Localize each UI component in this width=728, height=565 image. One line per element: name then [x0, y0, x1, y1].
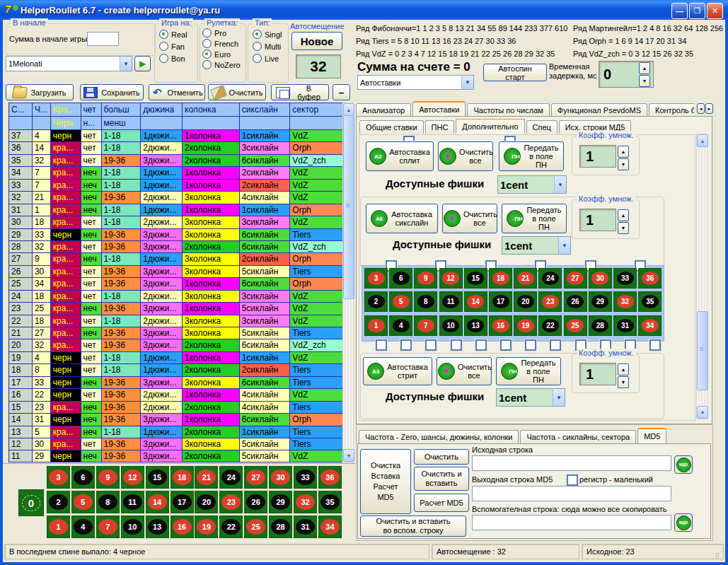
history-row[interactable]: 337кра...неч1-181дюжи...1колонка2сиклайн… [9, 180, 345, 192]
history-rows[interactable]: 374чернчет1-181дюжи...1колонка1сиклайнVd… [9, 130, 345, 462]
history-row[interactable]: 2325кра...неч19-363дюжи...1колонка5сикла… [9, 303, 345, 315]
delay-spinner[interactable]: ▲ ▼ [639, 62, 650, 87]
spin-up-icon[interactable]: ▲ [618, 146, 629, 158]
number-cell-33[interactable]: 33 [613, 268, 637, 289]
number-cell-24[interactable]: 24 [219, 466, 243, 489]
history-row[interactable]: 2630кра...чет19-363дюжи...3колонка5сикла… [9, 266, 345, 278]
history-column-header[interactable]: С... [9, 103, 33, 117]
freq-tab-1[interactable]: Частота - Zero, шансы, дюжины, колонки [359, 430, 519, 443]
number-cell-9[interactable]: 9 [414, 268, 437, 289]
scroll-down-icon[interactable]: ▼ [697, 406, 708, 419]
street-checkbox[interactable] [451, 339, 462, 351]
history-row[interactable]: 1622чернчет19-362дюжи...1колонка4сиклайн… [9, 389, 345, 401]
number-cell-10[interactable]: 10 [121, 516, 144, 538]
number-cell-19[interactable]: 19 [514, 315, 537, 336]
number-cell-18[interactable]: 18 [171, 466, 194, 489]
number-cell-6[interactable]: 6 [71, 466, 95, 489]
partial-checkbox[interactable] [504, 136, 516, 141]
number-cell-20[interactable]: 20 [195, 491, 218, 513]
number-cell-4[interactable]: 4 [71, 516, 95, 538]
number-cell-21[interactable]: 21 [514, 268, 537, 289]
street-checkbox[interactable] [500, 339, 512, 351]
number-cell-3[interactable]: 3 [47, 466, 70, 489]
radio-live[interactable]: Live [253, 54, 288, 63]
md5-clear-paste-aux-button[interactable]: Очистить и вставить во вспом. строку [360, 516, 466, 537]
save-button[interactable]: Сохранить [80, 84, 144, 100]
panel-scrollbar[interactable]: ▲ ▼ [696, 134, 707, 419]
history-row[interactable]: 1230кра...чет19-363дюжи...3колонка5сикла… [9, 438, 345, 450]
autobet-split-button[interactable]: А2 Автоставка сплит [366, 141, 434, 171]
number-cell-11[interactable]: 11 [439, 291, 463, 312]
radio-nozero[interactable]: NoZero [202, 60, 245, 69]
transfer-pn-button-2[interactable]: ПН Передать в поле ПН [502, 204, 567, 233]
number-cell-20[interactable]: 20 [514, 291, 537, 312]
coef-spinner-3[interactable]: ▲ ▼ [618, 363, 629, 388]
md5-stack-button[interactable]: Очистка Вставка Расчет MD5 [360, 449, 411, 514]
number-cell-1[interactable]: 1 [47, 516, 70, 538]
history-column-header[interactable] [290, 117, 345, 130]
number-cell-26[interactable]: 26 [564, 291, 587, 312]
history-row[interactable]: 135кра...неч1-181дюжи...2колонка1сиклайн… [9, 426, 345, 438]
street-checkbox[interactable] [550, 339, 561, 351]
sub-tab-4[interactable]: Спец [526, 120, 557, 134]
number-cell-8[interactable]: 8 [96, 491, 120, 513]
clear-button[interactable]: Очистить [208, 84, 266, 100]
history-row[interactable]: 1129черннеч19-363дюжи...2колонка5сиклайн… [9, 450, 345, 462]
number-cell-15[interactable]: 15 [146, 466, 169, 489]
radio-fan[interactable]: Fan [159, 42, 197, 51]
street-checkbox[interactable] [425, 339, 437, 351]
history-column-header[interactable]: чет [81, 103, 102, 117]
number-cell-12[interactable]: 12 [439, 268, 463, 289]
history-column-header[interactable]: Ч... [33, 103, 51, 117]
mode-dropdown[interactable]: Автоставки ▼ [357, 75, 474, 90]
main-tab-5[interactable]: Контроль банкрол [649, 103, 694, 117]
number-cell-22[interactable]: 22 [219, 516, 243, 538]
number-cell-14[interactable]: 14 [146, 491, 169, 513]
street-checkbox[interactable] [400, 339, 412, 351]
freq-tab-2[interactable]: Частота - сиклайны, сектора [520, 430, 636, 443]
number-cell-16[interactable]: 16 [489, 315, 512, 336]
history-row[interactable]: 2933черннеч19-363дюжи...3колонка6сиклайн… [9, 229, 345, 241]
start-sum-input[interactable] [87, 32, 119, 46]
md5-source-input[interactable] [472, 455, 671, 471]
history-row[interactable]: 2127кра...неч19-363дюжи...3колонка5сикла… [9, 327, 345, 339]
main-tab-1[interactable]: Анализатор [356, 103, 411, 117]
number-cell-30[interactable]: 30 [589, 268, 612, 289]
history-column-header[interactable]: сикслайн [240, 103, 291, 117]
history-column-header[interactable]: менш [102, 117, 141, 130]
number-cell-11[interactable]: 11 [121, 491, 144, 513]
number-cell-9[interactable]: 9 [96, 466, 120, 489]
history-row[interactable]: 3532кра...чет19-363дюжи...2колонка6сикла… [9, 155, 345, 167]
history-column-header[interactable]: сектор [290, 103, 345, 117]
history-row[interactable]: 2832кра...чет19-363дюжи...2колонка6сикла… [9, 241, 345, 253]
main-tab-2[interactable]: Автоставки [412, 101, 466, 117]
history-row[interactable]: 188чернчет1-181дюжи...2колонка2сиклайнTi… [9, 364, 345, 376]
radio-euro[interactable]: Euro [202, 49, 245, 59]
number-cell-3[interactable]: 3 [364, 268, 388, 289]
chips-dropdown-3[interactable]: 1cent ▼ [496, 388, 565, 407]
number-cell-7[interactable]: 7 [414, 315, 437, 336]
history-row[interactable]: 3018кра...чет1-182дюжи...3колонка3сиклай… [9, 216, 345, 228]
number-cell-36[interactable]: 36 [318, 466, 342, 489]
minimize-button[interactable]: — [671, 3, 688, 19]
number-cell-22[interactable]: 22 [538, 315, 562, 336]
history-row[interactable]: 2534кра...чет19-363дюжи...1колонка6сикла… [9, 278, 345, 290]
autobet-sixline-button[interactable]: А6 Автоставка сикслайн [366, 204, 438, 233]
chevron-down-icon[interactable]: ▼ [558, 237, 570, 254]
number-cell-12[interactable]: 12 [121, 466, 144, 489]
transfer-pn-button-3[interactable]: ПН Передать в поле ПН [496, 357, 561, 385]
play-button[interactable]: ▶ [134, 56, 151, 71]
tab-scroll-right-icon[interactable]: ► [705, 103, 713, 114]
number-cell-13[interactable]: 13 [146, 516, 169, 538]
history-column-header[interactable] [9, 117, 33, 130]
scroll-thumb[interactable] [343, 115, 354, 299]
number-cell-36[interactable]: 36 [638, 268, 661, 289]
number-cell-27[interactable]: 27 [244, 466, 267, 489]
number-cell-6[interactable]: 6 [389, 268, 412, 289]
number-cell-25[interactable]: 25 [244, 516, 267, 538]
history-row[interactable]: 347кра...неч1-181дюжи...1колонка2сиклайн… [9, 167, 345, 179]
load-button[interactable]: Загрузить [6, 84, 74, 100]
number-cell-17[interactable]: 17 [171, 491, 194, 513]
history-row[interactable]: 1431черннеч19-363дюжи...1колонка6сиклайн… [9, 414, 345, 426]
clear-all-button-1[interactable]: Очистить все [438, 141, 493, 171]
